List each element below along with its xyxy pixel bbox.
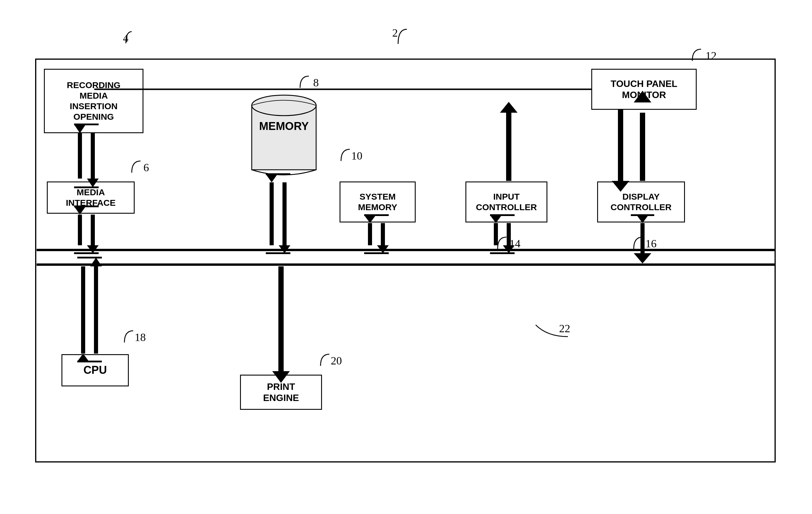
memory-cylinder bbox=[246, 88, 322, 181]
ref20-arrow bbox=[318, 351, 341, 369]
cpu-box: CPU bbox=[61, 354, 129, 387]
ref10-arrow bbox=[338, 146, 361, 164]
ref18-arrow bbox=[121, 328, 145, 345]
ref4-arrow bbox=[103, 29, 132, 46]
main-system-box bbox=[35, 59, 776, 462]
touch-panel-monitor-box: TOUCH PANEL MONITOR bbox=[591, 69, 697, 110]
bus-line-bottom bbox=[37, 263, 776, 266]
diagram-container: 2 4 RECORDING MEDIA INSERTION OPENING TO… bbox=[18, 23, 793, 497]
ref22-arrow bbox=[533, 319, 568, 340]
ref14-arrow bbox=[495, 234, 518, 252]
ref8-arrow bbox=[297, 73, 321, 91]
memory-label: MEMORY bbox=[246, 120, 322, 133]
recording-media-box: RECORDING MEDIA INSERTION OPENING bbox=[44, 69, 143, 133]
input-controller-box: INPUT CONTROLLER bbox=[465, 181, 547, 223]
ref16-arrow bbox=[631, 234, 654, 252]
bus-line-top bbox=[37, 249, 776, 251]
svg-point-1 bbox=[252, 95, 316, 116]
ref12-arrow bbox=[689, 46, 713, 64]
print-engine-box: PRINT ENGINE bbox=[240, 375, 322, 410]
display-controller-box: DISPLAY CONTROLLER bbox=[597, 181, 685, 223]
system-memory-box: SYSTEM MEMORY bbox=[340, 181, 416, 223]
ref2-arrow bbox=[380, 23, 416, 47]
ref6-arrow bbox=[129, 158, 152, 176]
media-interface-box: MEDIA INTERFACE bbox=[47, 181, 135, 214]
